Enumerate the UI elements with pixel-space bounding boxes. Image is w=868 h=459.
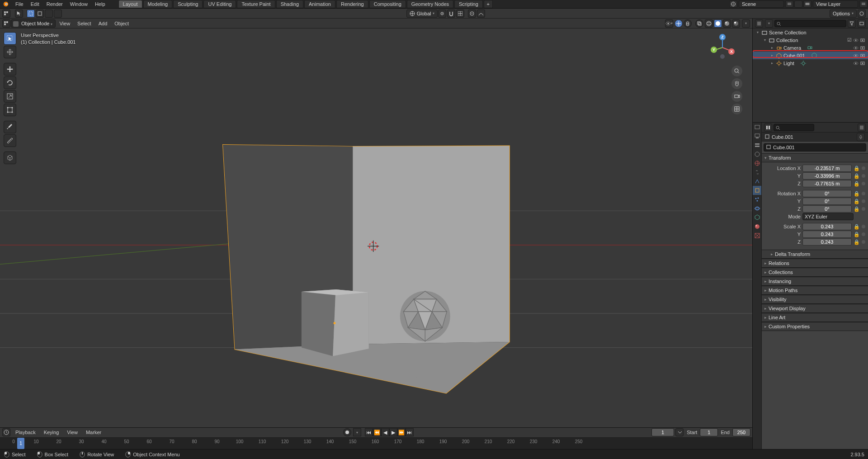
proportional-edit-toggle[interactable]: [468, 9, 476, 18]
viewlayer-browse-icon[interactable]: [803, 0, 811, 8]
tab-layout[interactable]: Layout: [118, 0, 142, 8]
anim-dot[interactable]: [862, 174, 865, 178]
panel-instancing[interactable]: ▸Instancing: [762, 277, 868, 286]
editor-type-dropdown[interactable]: [2, 9, 10, 18]
scale-x-field[interactable]: 0.243: [802, 223, 852, 230]
select-mode-3[interactable]: [45, 9, 53, 18]
play-reverse[interactable]: ◀: [381, 428, 389, 436]
menu-window[interactable]: Window: [66, 0, 91, 9]
menu-file[interactable]: File: [12, 0, 27, 9]
outliner-new-collection[interactable]: [858, 19, 866, 28]
tool-transform[interactable]: [4, 104, 16, 116]
camera-render-icon[interactable]: [860, 45, 866, 51]
eye-icon[interactable]: [853, 52, 859, 59]
panel-transform[interactable]: ▾Transform: [762, 153, 868, 162]
proptab-object-constraints[interactable]: [753, 168, 761, 177]
tool-annotate[interactable]: [4, 121, 16, 133]
checkbox-icon[interactable]: ☑: [847, 37, 852, 43]
panel-collections[interactable]: ▸Collections: [762, 268, 868, 277]
object-name-field[interactable]: Cube.001: [764, 143, 866, 151]
proptab-texture[interactable]: [753, 231, 761, 240]
menu-edit[interactable]: Edit: [27, 0, 43, 9]
keying-dropdown[interactable]: ▾: [353, 428, 361, 436]
tool-move[interactable]: [4, 63, 16, 76]
panel-delta-transform[interactable]: ▸Delta Transform: [762, 250, 868, 259]
anim-dot[interactable]: [862, 207, 865, 211]
eye-icon[interactable]: [853, 60, 859, 66]
tool-cursor[interactable]: [4, 46, 16, 58]
viewlayer-new-button[interactable]: [859, 0, 868, 8]
rotation-z-field[interactable]: 0°: [802, 205, 852, 213]
tab-shading[interactable]: Shading: [276, 0, 303, 8]
tab-animation[interactable]: Animation: [304, 0, 335, 8]
properties-options[interactable]: [858, 123, 866, 132]
lock-icon[interactable]: 🔒: [854, 199, 860, 204]
scale-y-field[interactable]: 0.243: [802, 231, 852, 238]
pin-icon[interactable]: [857, 133, 865, 141]
pan-icon[interactable]: [731, 78, 742, 89]
anim-dot[interactable]: [862, 232, 865, 236]
proptab-render[interactable]: [753, 123, 761, 132]
start-frame-field[interactable]: 1: [700, 428, 718, 436]
tool-measure[interactable]: [4, 134, 16, 147]
timeline-menu-keying[interactable]: Keying: [40, 430, 63, 435]
scene-name-field[interactable]: Scene: [739, 0, 784, 8]
shading-solid[interactable]: [714, 19, 722, 28]
tree-row-cube-001[interactable]: ▸ Cube.001: [753, 52, 868, 59]
tree-row-camera[interactable]: ▸ Camera: [753, 44, 868, 52]
visibility-dropdown[interactable]: ▾: [665, 19, 673, 28]
scene-pin-icon[interactable]: [794, 0, 802, 8]
anim-dot[interactable]: [862, 182, 865, 185]
viewport-menu-select[interactable]: Select: [74, 21, 95, 26]
proptab-material[interactable]: [753, 222, 761, 231]
persp-toggle-icon[interactable]: [731, 104, 742, 114]
scene-new-button[interactable]: [785, 0, 793, 8]
proptab-physics[interactable]: [753, 204, 761, 213]
properties-search[interactable]: [774, 124, 814, 131]
lock-icon[interactable]: 🔒: [854, 239, 860, 245]
autokey-toggle[interactable]: [343, 428, 351, 436]
panel-relations[interactable]: ▸Relations: [762, 259, 868, 268]
lock-icon[interactable]: 🔒: [854, 224, 860, 230]
select-mode-4[interactable]: [54, 9, 62, 18]
tree-row-scene[interactable]: ▾ Scene Collection: [753, 28, 868, 36]
timeline-ruler[interactable]: 1 01020304050607080901001101201301401501…: [0, 438, 752, 449]
tab-sculpting[interactable]: Sculpting: [173, 0, 203, 8]
lock-icon[interactable]: 🔒: [854, 173, 860, 179]
scale-z-field[interactable]: 0.243: [802, 238, 852, 246]
gizmo-toggle[interactable]: [675, 19, 683, 28]
lock-icon[interactable]: 🔒: [854, 181, 860, 187]
axis-x-icon[interactable]: X: [728, 48, 735, 55]
anim-dot[interactable]: [862, 166, 865, 170]
outliner-tree[interactable]: ▾ Scene Collection ▾ Collection ☑ ▸: [753, 28, 868, 122]
anim-dot[interactable]: [862, 225, 865, 228]
shading-material[interactable]: [723, 19, 731, 28]
tab-rendering[interactable]: Rendering: [336, 0, 368, 8]
options-dropdown[interactable]: Options: [830, 9, 857, 18]
menu-render[interactable]: Render: [43, 0, 66, 9]
select-tool-icon[interactable]: [15, 9, 23, 18]
outliner-search[interactable]: [774, 20, 846, 27]
shading-rendered[interactable]: [732, 19, 740, 28]
lock-icon[interactable]: 🔒: [854, 166, 860, 171]
current-frame-field[interactable]: 1: [651, 428, 674, 436]
lock-icon[interactable]: 🔒: [854, 232, 860, 237]
frame-dropdown[interactable]: [675, 428, 684, 436]
tab-add[interactable]: +: [484, 0, 493, 8]
nav-gizmo[interactable]: Z Y X: [708, 33, 737, 62]
viewport-menu-add[interactable]: Add: [95, 21, 111, 26]
shading-wireframe[interactable]: [705, 19, 713, 28]
pivot-dropdown[interactable]: [438, 9, 446, 18]
overlay-toggle[interactable]: [684, 19, 692, 28]
timeline-menu-playback[interactable]: Playback: [12, 430, 39, 435]
axis-z-icon[interactable]: Z: [719, 34, 726, 40]
end-frame-field[interactable]: 250: [732, 428, 750, 436]
location-x-field[interactable]: -0.23517 m: [802, 165, 852, 172]
panel-custom-properties[interactable]: ▸Custom Properties: [762, 322, 868, 331]
viewport-menu-object[interactable]: Object: [111, 21, 132, 26]
camera-render-icon[interactable]: [860, 37, 866, 43]
timeline-menu-marker[interactable]: Marker: [82, 430, 105, 435]
panel-viewport-display[interactable]: ▸Viewport Display: [762, 304, 868, 313]
camera-render-icon[interactable]: [860, 52, 866, 59]
camera-icon[interactable]: [731, 91, 742, 102]
